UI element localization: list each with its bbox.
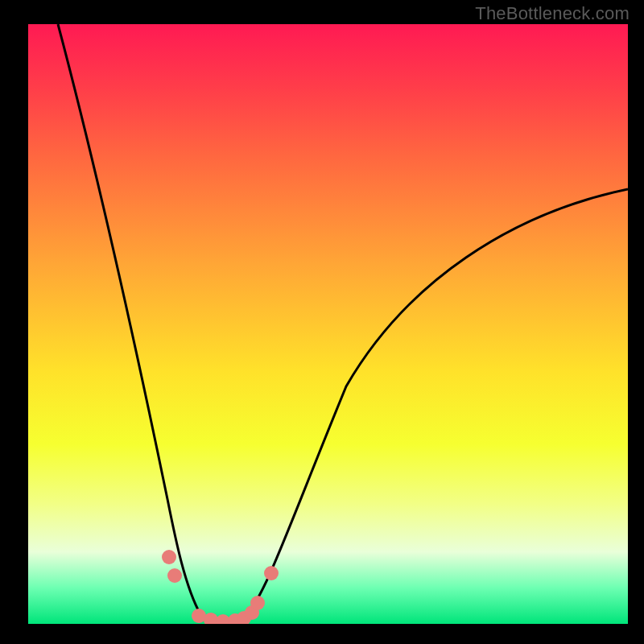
marker-group <box>162 550 279 624</box>
marker-dot <box>250 596 265 610</box>
curve-path <box>58 24 628 620</box>
bottleneck-curve <box>28 24 628 624</box>
watermark-text: TheBottleneck.com <box>475 3 630 24</box>
marker-dot <box>264 566 279 580</box>
plot-area <box>28 24 628 624</box>
marker-dot <box>162 550 176 564</box>
marker-dot <box>167 568 182 583</box>
chart-frame: TheBottleneck.com <box>0 0 644 644</box>
